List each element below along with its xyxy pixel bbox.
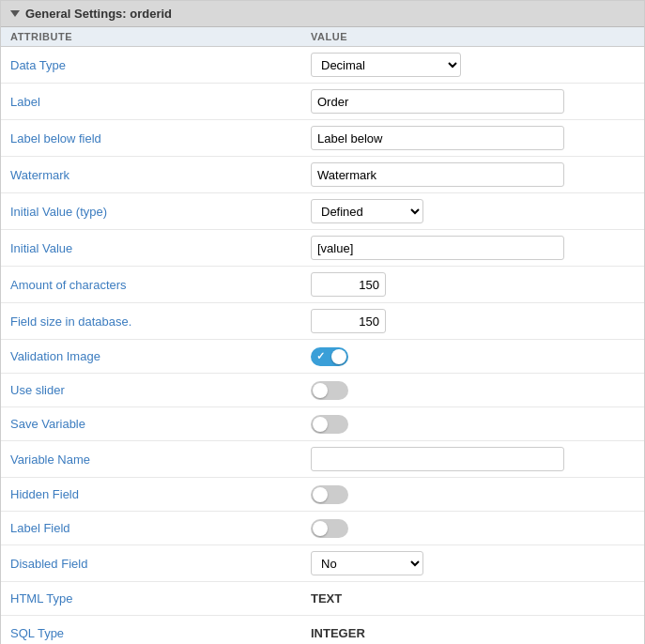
text-input[interactable] [311,126,564,150]
value-cell: DefinedEmptyAuto [311,199,635,223]
toggle-track [311,381,348,400]
table-row: Initial Value (type)DefinedEmptyAuto [1,193,644,230]
value-cell: NoYes [311,551,635,575]
number-input[interactable] [311,309,386,333]
toggle-switch[interactable] [311,415,348,434]
value-cell [311,236,635,260]
select-input[interactable]: DecimalIntegerTextBooleanDate [311,53,461,77]
table-row: Variable Name [1,441,644,478]
table-row: Watermark [1,157,644,193]
toggle-thumb [313,417,328,432]
attribute-label: Disabled Field [10,557,311,571]
table-row: Field size in database. [1,303,644,340]
value-cell: INTEGER [311,626,635,640]
attribute-label: Data Type [10,58,311,72]
text-input[interactable] [311,236,564,260]
select-input[interactable]: NoYes [311,551,423,575]
value-cell [311,89,635,114]
toggle-switch[interactable] [311,381,348,400]
attribute-column-header: ATTRIBUTE [10,31,311,42]
toggle-thumb [313,487,328,502]
text-input[interactable] [311,89,564,114]
value-cell [311,126,635,150]
value-cell [311,519,635,538]
text-input[interactable] [311,162,564,187]
table-row: Data TypeDecimalIntegerTextBooleanDate [1,47,644,84]
attribute-label: Variable Name [10,452,311,467]
table-row: Label Field [1,512,644,545]
collapse-icon[interactable] [10,10,20,17]
attribute-label: Watermark [10,168,311,182]
toggle-thumb [313,521,328,536]
toggle-switch[interactable]: ✓ [311,347,348,366]
value-cell [311,309,635,333]
attribute-label: Initial Value [10,241,311,255]
panel-title: General Settings: orderid [25,7,172,21]
attribute-label: Label Field [10,521,311,535]
attribute-label: Use slider [10,383,311,397]
attribute-label: SQL Type [10,626,311,640]
table-row: Hidden Field [1,478,644,512]
attribute-label: Amount of characters [10,278,311,292]
table-row: Amount of characters [1,267,644,303]
toggle-switch[interactable] [311,485,348,504]
toggle-thumb [313,383,328,398]
toggle-track [311,415,348,434]
attribute-label: HTML Type [10,591,311,606]
table-row: HTML TypeTEXT [1,582,644,616]
table-row: Use slider [1,374,644,407]
table-row: Label below field [1,120,644,157]
settings-panel: General Settings: orderid ATTRIBUTE VALU… [0,0,645,644]
table-row: Save Variable [1,407,644,441]
toggle-thumb [331,349,346,364]
table-row: Initial Value [1,230,644,267]
static-value: INTEGER [311,626,365,640]
panel-header: General Settings: orderid [1,1,644,27]
text-input[interactable] [311,447,564,471]
table-row: Disabled FieldNoYes [1,545,644,582]
table-row: SQL TypeINTEGER [1,616,644,644]
value-cell: TEXT [311,591,635,606]
value-cell: DecimalIntegerTextBooleanDate [311,53,635,77]
value-cell [311,381,635,400]
value-column-header: VALUE [311,31,635,42]
toggle-checkmark: ✓ [316,350,325,362]
value-cell [311,447,635,471]
column-headers: ATTRIBUTE VALUE [1,27,644,47]
toggle-track [311,485,348,504]
toggle-track: ✓ [311,347,348,366]
value-cell [311,485,635,504]
attribute-label: Label below field [10,131,311,146]
attribute-label: Field size in database. [10,314,311,329]
table-row: Label [1,84,644,120]
toggle-track [311,519,348,538]
value-cell: ✓ [311,347,635,366]
value-cell [311,415,635,434]
value-cell [311,162,635,187]
attribute-label: Validation Image [10,349,311,363]
select-input[interactable]: DefinedEmptyAuto [311,199,423,223]
number-input[interactable] [311,272,386,297]
value-cell [311,272,635,297]
rows-container: Data TypeDecimalIntegerTextBooleanDateLa… [1,47,644,644]
attribute-label: Label [10,95,311,109]
attribute-label: Initial Value (type) [10,205,311,219]
toggle-switch[interactable] [311,519,348,538]
attribute-label: Save Variable [10,417,311,431]
static-value: TEXT [311,591,342,606]
attribute-label: Hidden Field [10,487,311,501]
table-row: Validation Image✓ [1,340,644,374]
